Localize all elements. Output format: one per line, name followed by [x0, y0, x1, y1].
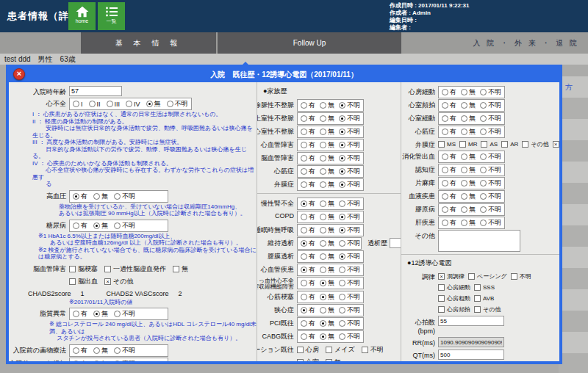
radio-option[interactable]: 無: [93, 192, 108, 201]
checkbox-option[interactable]: 不明: [511, 272, 531, 280]
radio-option[interactable]: 無: [320, 239, 334, 248]
radio-option[interactable]: 不明: [339, 180, 360, 189]
radio-option[interactable]: 無: [461, 101, 476, 110]
radio-option[interactable]: 不明: [480, 192, 501, 201]
radio-option[interactable]: 有: [442, 218, 456, 228]
radio-option[interactable]: 有: [442, 101, 456, 110]
radio-option[interactable]: 有: [301, 153, 315, 163]
radio-option[interactable]: 有: [301, 278, 315, 288]
radio-option[interactable]: 無: [461, 127, 476, 137]
checkbox-option[interactable]: その他: [474, 305, 501, 314]
radio-option[interactable]: 有: [301, 212, 315, 222]
radio-option[interactable]: 無: [461, 152, 476, 162]
checkbox-option[interactable]: メイズ: [326, 345, 355, 355]
checkbox-option[interactable]: AVB: [474, 294, 494, 303]
checkbox-option[interactable]: ×その他: [104, 277, 133, 286]
radio-option[interactable]: 不明: [480, 205, 501, 214]
radio-option[interactable]: 不明: [339, 292, 360, 302]
radio-option[interactable]: 無: [93, 221, 108, 231]
radio-option[interactable]: 不明: [339, 332, 360, 341]
checkbox-option[interactable]: その他: [522, 140, 548, 148]
radio-option[interactable]: 無: [320, 212, 334, 222]
radio-option[interactable]: 無: [461, 165, 476, 175]
radio-option[interactable]: 不明: [114, 192, 135, 201]
radio-option[interactable]: 不明: [480, 127, 501, 137]
radio-option[interactable]: 不明: [339, 127, 360, 137]
radio-option[interactable]: 無: [320, 153, 334, 163]
checkbox-option[interactable]: ×無: [326, 358, 341, 361]
checkbox-option[interactable]: 心房: [297, 345, 319, 355]
radio-option[interactable]: 無: [461, 218, 476, 228]
radio-option[interactable]: 有: [301, 225, 315, 235]
radio-option[interactable]: 無: [320, 292, 334, 302]
checkbox-option[interactable]: MS: [438, 140, 456, 148]
radio-option[interactable]: 無: [320, 114, 334, 123]
radio-option[interactable]: 無: [320, 332, 334, 341]
checkbox-option[interactable]: 心房粗動: [438, 294, 470, 303]
radio-option[interactable]: 不明: [339, 239, 360, 248]
radio-option[interactable]: 有: [301, 305, 315, 315]
radio-option[interactable]: 無: [93, 359, 108, 362]
radio-option[interactable]: 無: [320, 180, 334, 189]
home-button[interactable]: home: [68, 2, 96, 30]
radio-option[interactable]: 有: [301, 127, 315, 137]
close-icon[interactable]: ×: [13, 68, 25, 80]
checkbox-option[interactable]: 心室: [297, 358, 319, 361]
radio-option[interactable]: 有: [442, 178, 456, 188]
radio-option[interactable]: 有: [73, 309, 87, 319]
checkbox-option[interactable]: AR: [501, 140, 518, 148]
radio-option[interactable]: 不明: [114, 309, 135, 319]
radio-option[interactable]: 有: [442, 165, 456, 175]
radio-option[interactable]: 不明: [480, 152, 501, 162]
radio-option[interactable]: 不明: [167, 99, 188, 109]
radio-option[interactable]: 無: [461, 192, 476, 201]
radio-option[interactable]: 不明: [339, 212, 360, 222]
radio-option[interactable]: 無: [461, 178, 476, 188]
radio-option[interactable]: 不明: [339, 278, 360, 288]
radio-option[interactable]: 不明: [339, 265, 360, 275]
checkbox-option[interactable]: 一過性脳虚血発作: [104, 264, 166, 274]
radio-option[interactable]: 不明: [480, 178, 501, 188]
radio-option[interactable]: 無: [461, 205, 476, 214]
radio-option[interactable]: 無: [320, 199, 334, 209]
radio-option[interactable]: 有: [73, 192, 87, 201]
radio-option[interactable]: 有: [301, 140, 315, 150]
radio-option[interactable]: 無: [320, 252, 334, 261]
checkbox-option[interactable]: SSS: [474, 283, 495, 291]
radio-option[interactable]: 無: [461, 87, 476, 97]
checkbox-option[interactable]: AS: [481, 140, 498, 148]
radio-option[interactable]: 有: [301, 265, 315, 275]
checkbox-option[interactable]: 不明: [362, 345, 384, 355]
checkbox-option[interactable]: ×洞調律: [438, 272, 465, 280]
radio-option[interactable]: 有: [73, 346, 87, 355]
radio-option[interactable]: 無: [93, 309, 108, 319]
radio-option[interactable]: 有: [442, 127, 456, 137]
radio-option[interactable]: 有: [73, 221, 87, 231]
radio-option[interactable]: 有: [301, 239, 315, 248]
radio-option[interactable]: 不明: [114, 221, 135, 231]
ecg-value-input[interactable]: [438, 337, 504, 347]
radio-option[interactable]: 有: [301, 180, 315, 189]
radio-option[interactable]: 有: [442, 114, 456, 123]
radio-option[interactable]: 不明: [480, 218, 501, 228]
radio-option[interactable]: 無: [320, 305, 334, 315]
radio-option[interactable]: 無: [320, 278, 334, 288]
radio-option[interactable]: 無: [461, 114, 476, 123]
radio-option[interactable]: 有: [301, 252, 315, 261]
radio-option[interactable]: 有: [301, 199, 315, 209]
radio-option[interactable]: 有: [301, 319, 315, 328]
checkbox-option[interactable]: ペーシング: [468, 272, 507, 280]
checkbox-option[interactable]: 無: [173, 264, 188, 274]
radio-option[interactable]: 有: [301, 114, 315, 123]
tab-basic-info[interactable]: 基 本 情 報: [81, 32, 216, 54]
radio-option[interactable]: 無: [320, 167, 334, 176]
ecg-value-input[interactable]: [438, 316, 504, 326]
radio-option[interactable]: 無: [320, 101, 334, 110]
checkbox-option[interactable]: 脳梗塞: [69, 264, 98, 274]
radio-option[interactable]: 無: [320, 225, 334, 235]
radio-option[interactable]: 有: [301, 332, 315, 341]
radio-option[interactable]: 無: [320, 127, 334, 137]
other-textarea[interactable]: [438, 230, 520, 252]
tab-follow-up[interactable]: Follow Up: [218, 32, 401, 54]
radio-option[interactable]: 不明: [339, 319, 360, 328]
